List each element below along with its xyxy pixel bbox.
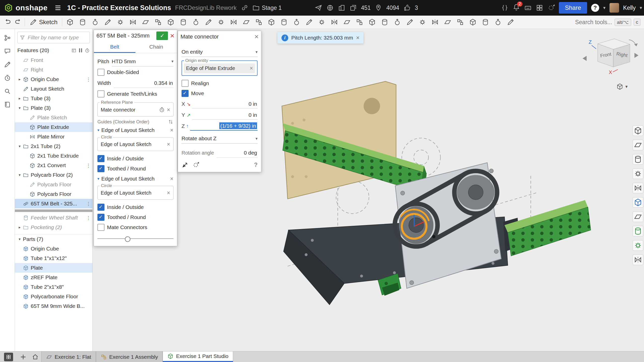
reorder-icon[interactable] bbox=[168, 119, 173, 125]
search-tools[interactable]: Search tools... alt/⌥ c bbox=[575, 19, 640, 26]
draft-icon[interactable] bbox=[154, 18, 162, 26]
tree-item-front[interactable]: Front bbox=[15, 55, 92, 65]
boundary-surface-icon[interactable] bbox=[431, 18, 439, 26]
document-title[interactable]: 1C - Practice Exercise Solutions bbox=[67, 4, 171, 12]
offset-surface-icon[interactable] bbox=[419, 18, 426, 26]
extrude-icon[interactable] bbox=[66, 18, 74, 26]
rotate-left-icon[interactable] bbox=[583, 56, 587, 61]
tree-item-2x1-convert[interactable]: 2x1 Convert⋮ bbox=[15, 161, 92, 170]
collapse-caret-icon[interactable]: ▾ bbox=[97, 128, 99, 132]
thicken-icon[interactable] bbox=[205, 18, 212, 26]
close-icon[interactable]: × bbox=[255, 33, 259, 40]
toothed-round-checkbox[interactable]: Toothed / Round bbox=[97, 164, 173, 174]
intersection-curve-icon[interactable] bbox=[406, 18, 414, 26]
render-mode-icon[interactable] bbox=[633, 140, 643, 150]
x-offset-input[interactable]: 0 in bbox=[192, 100, 258, 108]
boolean-icon[interactable] bbox=[255, 18, 263, 26]
pitch-select[interactable]: HTD 5mm▾ bbox=[112, 57, 173, 66]
link-icon[interactable] bbox=[241, 4, 249, 12]
suspend-rebuild-icon[interactable] bbox=[79, 48, 82, 52]
generate-teeth-checkbox[interactable]: Generate Teeth/Links bbox=[97, 89, 173, 99]
help-icon[interactable]: ? bbox=[254, 162, 258, 168]
rotate-about-select[interactable]: Rotate about Z▾ bbox=[182, 134, 258, 143]
public-icon[interactable] bbox=[326, 4, 334, 12]
tab-belt[interactable]: Belt bbox=[94, 42, 135, 53]
part-polycarbonate-floor[interactable]: Polycarbonate Floor bbox=[15, 292, 92, 301]
tree-item-2x1-tube-extrude[interactable]: 2x1 Tube Extrude bbox=[15, 151, 92, 161]
final-slider[interactable] bbox=[97, 235, 173, 242]
mass-properties-icon[interactable] bbox=[507, 18, 514, 26]
clear-icon[interactable]: × bbox=[167, 141, 170, 147]
composite-curve-icon[interactable] bbox=[393, 18, 401, 26]
collapse-caret-icon[interactable]: ▾ bbox=[15, 237, 23, 241]
view-cube[interactable]: Z Front Right X bbox=[579, 34, 642, 92]
instance-indicator-icon[interactable]: ⋮ bbox=[86, 201, 91, 207]
toothed-round-checkbox[interactable]: Toothed / Round bbox=[97, 212, 173, 222]
rotate-right-icon[interactable] bbox=[634, 53, 638, 58]
folder-label[interactable]: Stage 1 bbox=[262, 5, 282, 11]
revolve-icon[interactable] bbox=[79, 18, 86, 26]
part-origin-cube[interactable]: Origin Cube bbox=[15, 244, 92, 254]
guide-row[interactable]: ▾Edge of Layout Sketch× bbox=[97, 125, 173, 135]
remove-icon[interactable]: × bbox=[170, 127, 173, 133]
inside-outside-checkbox[interactable]: Inside / Outside bbox=[97, 202, 173, 212]
instance-indicator-icon[interactable]: ⋮ bbox=[86, 215, 91, 221]
measure-icon[interactable] bbox=[494, 18, 502, 26]
comments-icon[interactable] bbox=[4, 48, 11, 55]
tree-item-belt[interactable]: 65T 5M Belt - 325...⋮ bbox=[15, 199, 92, 208]
z-offset-input[interactable]: (1/16 + 9/32) in bbox=[190, 122, 258, 131]
remove-icon[interactable]: × bbox=[170, 176, 173, 182]
home-icon[interactable] bbox=[32, 353, 39, 360]
tree-item-feeder-wheel-shaft[interactable]: Feeder Wheel Shaft⋮ bbox=[15, 213, 92, 223]
part-zref-plate[interactable]: zREF Plate bbox=[15, 273, 92, 282]
reorient-secondary-axis-icon[interactable] bbox=[192, 162, 199, 168]
new-tab-plus-icon[interactable] bbox=[20, 353, 27, 360]
tree-item-plate-folder[interactable]: ▾Plate (3) bbox=[15, 103, 92, 113]
replace-face-icon[interactable] bbox=[469, 18, 477, 26]
learning-center-icon[interactable] bbox=[547, 4, 555, 12]
fill-surface-icon[interactable] bbox=[444, 18, 451, 26]
tree-item-pocketing-folder[interactable]: ▸Pocketing (2) bbox=[15, 223, 92, 232]
keyboard-shortcuts-icon[interactable] bbox=[524, 4, 532, 12]
part-plate[interactable]: Plate bbox=[15, 263, 92, 273]
show-sketches-icon[interactable] bbox=[633, 240, 643, 251]
clear-icon[interactable]: × bbox=[167, 107, 170, 113]
section-view-icon[interactable] bbox=[633, 154, 643, 165]
y-offset-input[interactable]: 0 in bbox=[192, 111, 258, 120]
tree-item-origin-cube[interactable]: ▸Origin Cube⋮ bbox=[15, 75, 92, 84]
tree-item-polycarb-folder[interactable]: ▾Polycarb Floor (2) bbox=[15, 170, 92, 180]
helix-icon[interactable] bbox=[343, 18, 351, 26]
circle-field[interactable]: Circle Edge of Layout Sketch× bbox=[97, 137, 173, 151]
move-face-icon[interactable] bbox=[456, 18, 464, 26]
on-entity-select[interactable]: On entity▾ bbox=[182, 47, 258, 57]
tree-item-right[interactable]: Right bbox=[15, 65, 92, 75]
named-views-icon[interactable] bbox=[633, 183, 643, 193]
chamfer-icon[interactable] bbox=[129, 18, 137, 26]
tab-exercise-1-flat[interactable]: Exercise 1: Flat bbox=[41, 351, 96, 362]
tab-chain[interactable]: Chain bbox=[135, 42, 177, 53]
point-icon[interactable] bbox=[331, 18, 338, 26]
sketch-button[interactable]: Sketch bbox=[29, 18, 57, 26]
help-menu-icon[interactable]: ? bbox=[591, 4, 599, 12]
hole-icon[interactable] bbox=[192, 18, 200, 26]
project-curve-icon[interactable] bbox=[368, 18, 376, 26]
variable-icon[interactable] bbox=[293, 18, 300, 26]
history-icon[interactable] bbox=[4, 74, 11, 82]
expand-caret-icon[interactable]: ▸ bbox=[15, 96, 23, 101]
plane-icon[interactable] bbox=[305, 18, 313, 26]
user-avatar[interactable] bbox=[610, 3, 619, 13]
tree-item-polycarb-floor-1[interactable]: Polycarb Floor bbox=[15, 180, 92, 189]
tree-item-polycarb-floor-2[interactable]: Polycarb Floor bbox=[15, 189, 92, 199]
origin-entity-field[interactable]: Origin entity Edge of Plate Extrude× bbox=[182, 60, 258, 76]
bridge-curve-icon[interactable] bbox=[381, 18, 388, 26]
tree-item-plate-sketch[interactable]: Plate Sketch bbox=[15, 113, 92, 122]
face-blend-icon[interactable] bbox=[142, 18, 149, 26]
split-icon[interactable] bbox=[268, 18, 275, 26]
fillet-icon[interactable] bbox=[117, 18, 124, 26]
part-tube-2x1x8[interactable]: Tube 2"x1"x8" bbox=[15, 282, 92, 292]
regeneration-time-icon[interactable] bbox=[85, 48, 90, 53]
filter-input[interactable] bbox=[27, 34, 88, 41]
circular-pattern-icon[interactable] bbox=[230, 18, 237, 26]
tree-item-plate-extrude[interactable]: Plate Extrude bbox=[15, 122, 92, 132]
tree-item-layout-sketch[interactable]: Layout Sketch bbox=[15, 84, 92, 94]
